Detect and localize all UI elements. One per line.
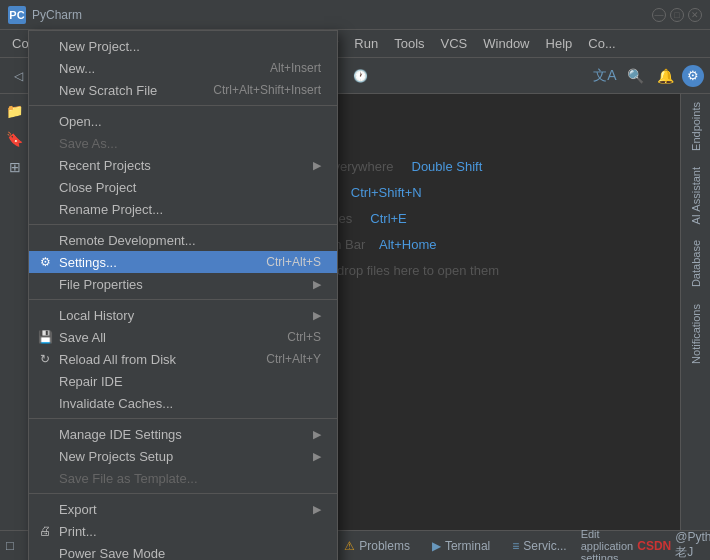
window-title: PyCharm xyxy=(32,8,82,22)
menu-new[interactable]: New... Alt+Insert xyxy=(29,57,337,79)
new-scratch-shortcut: Ctrl+Alt+Shift+Insert xyxy=(213,83,321,97)
save-as-label: Save As... xyxy=(59,136,118,151)
shortcut-double-shift: Double Shift xyxy=(412,159,483,174)
menu-group-6: Export ▶ 🖨 Print... Power Save Mode Exit xyxy=(29,494,337,560)
rename-project-label: Rename Project... xyxy=(59,202,163,217)
terminal-label: Terminal xyxy=(445,539,490,553)
menu-item-window[interactable]: Window xyxy=(475,32,537,55)
title-bar: PC PyCharm — □ ✕ xyxy=(0,0,710,30)
menu-power-save[interactable]: Power Save Mode xyxy=(29,542,337,560)
menu-close-project[interactable]: Close Project xyxy=(29,176,337,198)
notifications-button[interactable]: 🔔 xyxy=(652,63,678,89)
file-menu-dropdown: New Project... New... Alt+Insert New Scr… xyxy=(28,30,338,560)
menu-repair-ide[interactable]: Repair IDE xyxy=(29,370,337,392)
minimize-button[interactable]: — xyxy=(652,8,666,22)
git-history-button[interactable]: 🕐 xyxy=(349,64,373,88)
manage-ide-settings-arrow: ▶ xyxy=(313,428,321,441)
menu-item-run[interactable]: Run xyxy=(346,32,386,55)
manage-ide-settings-label: Manage IDE Settings xyxy=(59,427,182,442)
save-all-shortcut: Ctrl+S xyxy=(287,330,321,344)
bottom-tab-problems[interactable]: ⚠ Problems xyxy=(336,536,418,556)
settings-gear-button[interactable]: ⚙ xyxy=(682,65,704,87)
settings-label: Settings... xyxy=(59,255,117,270)
app-icon: PC xyxy=(8,6,26,24)
bottom-tab-terminal[interactable]: ▶ Terminal xyxy=(424,536,498,556)
menu-group-2: Open... Save As... Recent Projects ▶ Clo… xyxy=(29,106,337,225)
repair-ide-label: Repair IDE xyxy=(59,374,123,389)
new-project-label: New Project... xyxy=(59,39,140,54)
menu-open[interactable]: Open... xyxy=(29,110,337,132)
services-icon: ≡ xyxy=(512,539,519,553)
menu-new-project[interactable]: New Project... xyxy=(29,35,337,57)
edit-settings-label: Edit application settings xyxy=(581,528,634,561)
file-properties-label: File Properties xyxy=(59,277,143,292)
maximize-button[interactable]: □ xyxy=(670,8,684,22)
menu-new-scratch-file[interactable]: New Scratch File Ctrl+Alt+Shift+Insert xyxy=(29,79,337,101)
right-panel-ai-assistant[interactable]: AI Assistant xyxy=(686,159,706,232)
recent-projects-arrow: ▶ xyxy=(313,159,321,172)
toolbar-back-button[interactable]: ◁ xyxy=(6,64,30,88)
close-project-label: Close Project xyxy=(59,180,136,195)
sidebar-project-icon[interactable]: 📁 xyxy=(2,98,28,124)
save-file-template-label: Save File as Template... xyxy=(59,471,198,486)
menu-new-projects-setup[interactable]: New Projects Setup ▶ xyxy=(29,445,337,467)
problems-label: Problems xyxy=(359,539,410,553)
menu-print[interactable]: 🖨 Print... xyxy=(29,520,337,542)
search-everywhere-button[interactable]: 🔍 xyxy=(622,63,648,89)
left-sidebar: 📁 🔖 ⊞ xyxy=(0,94,30,530)
bottom-tab-services[interactable]: ≡ Servic... xyxy=(504,536,574,556)
menu-invalidate-caches[interactable]: Invalidate Caches... xyxy=(29,392,337,414)
menu-settings[interactable]: ⚙ Settings... Ctrl+Alt+S xyxy=(29,251,337,273)
terminal-icon: ▶ xyxy=(432,539,441,553)
translate-button[interactable]: 文A xyxy=(592,63,618,89)
settings-shortcut: Ctrl+Alt+S xyxy=(266,255,321,269)
menu-item-vcs[interactable]: VCS xyxy=(433,32,476,55)
reload-all-icon: ↻ xyxy=(37,351,53,367)
local-history-label: Local History xyxy=(59,308,134,323)
menu-reload-all[interactable]: ↻ Reload All from Disk Ctrl+Alt+Y xyxy=(29,348,337,370)
settings-icon: ⚙ xyxy=(37,254,53,270)
menu-save-as: Save As... xyxy=(29,132,337,154)
close-button[interactable]: ✕ xyxy=(688,8,702,22)
menu-group-4: Local History ▶ 💾 Save All Ctrl+S ↻ Relo… xyxy=(29,300,337,419)
reload-all-label: Reload All from Disk xyxy=(59,352,176,367)
csdn-logo: CSDN xyxy=(637,539,671,553)
right-panel-endpoints[interactable]: Endpoints xyxy=(686,94,706,159)
new-projects-setup-arrow: ▶ xyxy=(313,450,321,463)
sidebar-bookmark-icon[interactable]: 🔖 xyxy=(2,126,28,152)
right-panel-database[interactable]: Database xyxy=(686,232,706,295)
menu-group-5: Manage IDE Settings ▶ New Projects Setup… xyxy=(29,419,337,494)
menu-local-history[interactable]: Local History ▶ xyxy=(29,304,337,326)
new-projects-setup-label: New Projects Setup xyxy=(59,449,173,464)
menu-save-file-template: Save File as Template... xyxy=(29,467,337,489)
menu-rename-project[interactable]: Rename Project... xyxy=(29,198,337,220)
menu-remote-dev[interactable]: Remote Development... xyxy=(29,229,337,251)
right-panel-notifications[interactable]: Notifications xyxy=(686,296,706,372)
menu-group-3: Remote Development... ⚙ Settings... Ctrl… xyxy=(29,225,337,300)
save-all-label: Save All xyxy=(59,330,106,345)
bottom-expand-icon[interactable]: □ xyxy=(6,534,14,558)
export-arrow: ▶ xyxy=(313,503,321,516)
save-all-icon: 💾 xyxy=(37,329,53,345)
new-shortcut: Alt+Insert xyxy=(270,61,321,75)
power-save-label: Power Save Mode xyxy=(59,546,165,561)
sidebar-structure-icon[interactable]: ⊞ xyxy=(2,154,28,180)
menu-group-1: New Project... New... Alt+Insert New Scr… xyxy=(29,31,337,106)
recent-projects-label: Recent Projects xyxy=(59,158,151,173)
menu-recent-projects[interactable]: Recent Projects ▶ xyxy=(29,154,337,176)
menu-save-all[interactable]: 💾 Save All Ctrl+S xyxy=(29,326,337,348)
invalidate-caches-label: Invalidate Caches... xyxy=(59,396,173,411)
problems-icon: ⚠ xyxy=(344,539,355,553)
shortcut-recent-files: Ctrl+E xyxy=(370,211,406,226)
menu-file-properties[interactable]: File Properties ▶ xyxy=(29,273,337,295)
menu-export[interactable]: Export ▶ xyxy=(29,498,337,520)
shortcut-go-to-file: Ctrl+Shift+N xyxy=(351,185,422,200)
menu-manage-ide-settings[interactable]: Manage IDE Settings ▶ xyxy=(29,423,337,445)
new-label: New... xyxy=(59,61,95,76)
services-label: Servic... xyxy=(523,539,566,553)
menu-item-help[interactable]: Help xyxy=(538,32,581,55)
menu-item-tools[interactable]: Tools xyxy=(386,32,432,55)
menu-item-co2[interactable]: Co... xyxy=(580,32,623,55)
bottom-right-area: Edit application settings CSDN @Python老J xyxy=(581,528,710,561)
window-controls: — □ ✕ xyxy=(652,8,702,22)
